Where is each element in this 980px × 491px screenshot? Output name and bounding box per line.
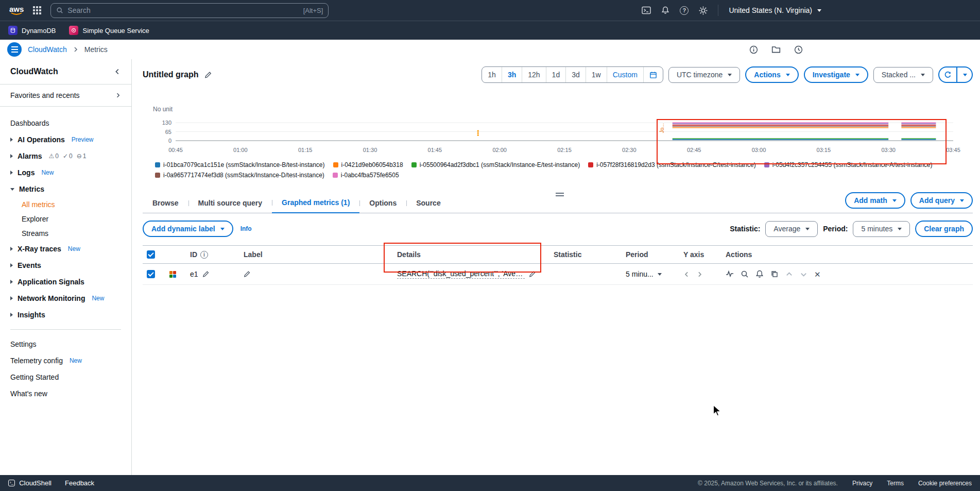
edit-id-icon[interactable] [202,270,210,278]
legend-item[interactable]: i-05d4f2c357c254455 (ssmStack/Instance-A… [764,161,933,168]
legend-item[interactable]: i-05500964ad2f3dbc1 (ssmStack/Instance-E… [411,161,580,168]
new-badge[interactable]: New [92,295,104,302]
tab-multi-source-query[interactable]: Multi source query [188,195,272,213]
sidebar-item-metrics[interactable]: Metrics [0,181,131,197]
add-query-dropdown[interactable]: Add query [910,192,973,209]
region-selector[interactable]: United States (N. Virginia) [729,6,821,14]
legend-item[interactable]: i-0a9657717474ef3d8 (ssmStack/Instance-D… [155,172,324,179]
info-icon[interactable] [749,45,758,54]
chart-plot[interactable]: 06513000:4501:0001:1501:3001:4502:0002:1… [145,114,969,156]
zo om-search-icon[interactable] [741,270,749,278]
sidebar-item-events[interactable]: Events [0,257,131,274]
investigate-dropdown[interactable]: Investigate [804,66,868,83]
metric-expression[interactable]: SEARCH('"disk_used_percent"', 'Averag... [397,269,525,279]
sidebar-item-telemetry-config[interactable]: Telemetry config New [0,352,131,369]
sidebar-item-network-monitoring[interactable]: Network Monitoring New [0,290,131,307]
tab-browse[interactable]: Browse [143,195,188,213]
metrics-chart[interactable]: No unit 06513000:4501:0001:1501:3001:450… [143,106,973,179]
tab-source[interactable]: Source [406,195,450,213]
move-down-icon[interactable] [800,270,807,278]
sidebar-item-logs[interactable]: Logs New [0,164,131,181]
info-link[interactable]: Info [240,225,252,232]
duplicate-icon[interactable] [770,270,779,278]
legend-item[interactable]: i-01bca7079ca1c151e (ssmStack/Instance-B… [155,161,325,168]
sidebar-item-whats-new[interactable]: What's new [0,385,131,402]
graph-metric-icon[interactable] [726,270,734,278]
time-range-3d[interactable]: 3d [566,67,586,82]
time-range-12h[interactable]: 12h [522,67,546,82]
feedback-button[interactable]: Feedback [65,479,94,487]
help-icon[interactable]: ? [680,6,689,15]
edit-title-icon[interactable] [204,71,212,79]
actions-dropdown[interactable]: Actions [745,66,798,83]
y-axis-right-toggle[interactable] [696,271,703,278]
sidebar-item-favorites-and-recents[interactable]: Favorites and recents [0,84,131,107]
timezone-dropdown[interactable]: UTC timezone [668,67,740,83]
terminal-icon: ›_ [8,480,15,486]
services-menu-icon[interactable] [33,6,41,14]
sidebar-item-streams[interactable]: Streams [0,226,131,241]
new-badge[interactable]: New [68,245,80,252]
statistic-dropdown[interactable]: Average [765,221,818,237]
time-range-custom[interactable]: Custom [607,67,644,82]
legend-item[interactable]: i-0abc4fba575fe6505 [333,172,399,179]
search-input[interactable] [67,6,299,14]
favorite-sqs[interactable]: Simple Queue Service [69,26,149,35]
notifications-bell-icon[interactable] [661,6,669,14]
breadcrumb-cloudwatch[interactable]: CloudWatch [28,45,67,54]
row-checkbox[interactable] [147,270,155,278]
sidebar-item-alarms[interactable]: Alarms ⚠0 ✓0 ⊖1 [0,148,131,164]
clear-graph-button[interactable]: Clear graph [915,221,973,237]
collapse-sidebar-icon[interactable] [114,68,121,75]
cookie-preferences-link[interactable]: Cookie preferences [918,480,972,487]
preview-badge[interactable]: Preview [72,136,94,143]
tab-graphed-metrics[interactable]: Graphed metrics (1) [272,194,359,213]
sidebar-item-getting-started[interactable]: Getting Started [0,369,131,385]
new-badge[interactable]: New [41,169,54,176]
sidebar-item-dashboards[interactable]: Dashboards [0,115,131,131]
history-clock-icon[interactable] [794,45,803,54]
tab-options[interactable]: Options [359,195,406,213]
time-range-3h[interactable]: 3h [502,67,522,82]
resize-handle-icon[interactable] [555,192,565,197]
remove-metric-icon[interactable]: ✕ [814,270,821,278]
favorite-dynamodb[interactable]: DynamoDB [8,26,56,35]
add-dynamic-label-dropdown[interactable]: Add dynamic label [143,221,233,237]
period-dropdown[interactable]: 5 minutes [853,221,910,237]
select-all-checkbox[interactable] [147,250,155,259]
aws-logo[interactable]: aws [9,6,24,15]
folder-icon[interactable] [771,45,781,54]
time-range-1d[interactable]: 1d [546,67,566,82]
y-axis-left-toggle[interactable] [683,271,690,278]
refresh-options-button[interactable] [957,67,972,82]
sidebar-item-xray-traces[interactable]: X-Ray traces New [0,241,131,257]
edit-label-icon[interactable] [244,270,251,278]
time-range-1w[interactable]: 1w [586,67,607,82]
settings-gear-icon[interactable] [699,6,708,15]
privacy-link[interactable]: Privacy [852,480,872,487]
terms-link[interactable]: Terms [887,480,904,487]
sidebar-item-explorer[interactable]: Explorer [0,212,131,226]
sidebar-item-ai-operations[interactable]: AI Operations Preview [0,131,131,148]
sidebar-item-insights[interactable]: Insights [0,307,131,323]
id-info-icon[interactable]: i [200,251,208,259]
refresh-button[interactable] [939,67,957,82]
global-search[interactable]: [Alt+S] [50,3,329,18]
custom-date-picker-button[interactable] [644,67,663,82]
sidebar-item-application-signals[interactable]: Application Signals [0,274,131,290]
create-alarm-bell-icon[interactable] [755,270,764,278]
move-up-icon[interactable] [785,270,793,278]
sidebar-item-all-metrics[interactable]: All metrics [0,197,131,212]
legend-item[interactable]: i-057f28f316819d2d3 (ssmStack/Instance-C… [588,161,756,168]
time-range-1h[interactable]: 1h [482,67,502,82]
sidebar-item-settings[interactable]: Settings [0,336,131,352]
legend-item[interactable]: i-0421d9eb06054b318 [333,161,403,168]
row-period-dropdown[interactable]: 5 minu... [622,264,679,285]
new-badge[interactable]: New [70,357,82,364]
edit-details-icon[interactable] [529,270,536,278]
open-menu-icon[interactable] [7,42,22,57]
cloudshell-button[interactable]: ›_ CloudShell [8,479,51,487]
cloudshell-icon[interactable] [642,6,651,14]
add-math-dropdown[interactable]: Add math [845,192,905,209]
graph-style-dropdown[interactable]: Stacked ... [873,67,933,83]
